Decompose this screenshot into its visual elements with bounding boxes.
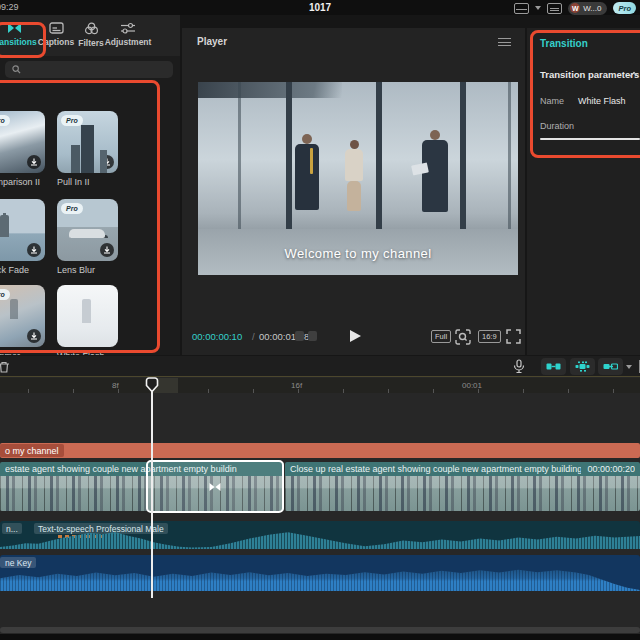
link-clips-button[interactable] bbox=[598, 358, 623, 375]
search-input[interactable] bbox=[5, 61, 173, 78]
music-waveform bbox=[0, 568, 640, 591]
tab-adjustment[interactable]: Adjustment bbox=[106, 22, 150, 47]
fullscreen-icon[interactable] bbox=[506, 329, 521, 344]
filters-icon bbox=[84, 22, 99, 35]
video-caption: Welcome to my channel bbox=[198, 246, 518, 261]
person-left bbox=[302, 134, 312, 144]
transition-thumbnail bbox=[0, 199, 45, 261]
captions-icon bbox=[49, 22, 64, 34]
transitions-icon bbox=[7, 22, 22, 34]
player-menu-icon[interactable] bbox=[498, 38, 511, 46]
text-clip-label-chip: o my channel bbox=[0, 444, 64, 457]
playhead-line[interactable] bbox=[151, 380, 153, 598]
ruler-label: 16f bbox=[291, 381, 302, 390]
layout-toggle-icon[interactable] bbox=[514, 3, 529, 14]
video-clip-2-label: Close up real estate agent showing coupl… bbox=[290, 464, 581, 474]
transition-card-pull-in-ii[interactable]: Pro Pull In II bbox=[57, 111, 118, 187]
download-icon[interactable] bbox=[27, 329, 41, 343]
ruler-label: 8f bbox=[112, 381, 119, 390]
transition-thumbnail: Pro bbox=[0, 285, 45, 347]
name-label: Name bbox=[540, 96, 564, 106]
player-title: Player bbox=[197, 36, 227, 47]
transition-bowtie-icon bbox=[209, 482, 222, 492]
account-label: W...0 bbox=[583, 4, 601, 13]
media-library-panel: Transitions Captions Filters Adjustment bbox=[0, 15, 180, 355]
pro-badge: Pro bbox=[0, 289, 10, 300]
video-preview[interactable]: Welcome to my channel bbox=[198, 82, 518, 275]
delete-icon[interactable] bbox=[0, 360, 11, 374]
video-clip-2-duration: 00:00:00:20 bbox=[587, 464, 635, 474]
voiceover-prefix-chip: n... bbox=[2, 523, 22, 534]
video-track: estate agent showing couple new apartmen… bbox=[0, 462, 640, 511]
full-preview-button[interactable]: Full bbox=[431, 330, 451, 343]
tab-transitions[interactable]: Transitions bbox=[0, 22, 36, 47]
transition-thumbnail: Pro bbox=[57, 111, 118, 173]
transition-card-comparison-ii[interactable]: Pro Comparison II bbox=[0, 111, 45, 187]
inspector-title: Transition bbox=[540, 38, 588, 49]
timeline-tracks: o my channel estate agent showing couple… bbox=[0, 393, 640, 640]
preview-axis-button[interactable] bbox=[541, 358, 566, 375]
app-window: 09:29 1017 W W...0 Pro Transitions Capti… bbox=[0, 0, 640, 640]
step-backward-icon[interactable] bbox=[295, 331, 304, 341]
link-options-caret-icon[interactable] bbox=[626, 365, 632, 369]
pro-badge: Pro bbox=[61, 203, 83, 214]
pro-badge: Pro bbox=[61, 115, 83, 126]
transition-card-shimmer[interactable]: Pro Shimmer bbox=[0, 285, 45, 355]
transition-name-value: White Flash bbox=[578, 96, 626, 106]
titlebar: 09:29 1017 W W...0 Pro bbox=[0, 0, 640, 15]
avatar: W bbox=[570, 3, 580, 13]
voiceover-label-chip: Text-to-speech Professional Male bbox=[34, 523, 168, 534]
transition-thumbnail: Pro bbox=[57, 199, 118, 261]
split-icon[interactable] bbox=[635, 360, 640, 373]
aspect-ratio-button[interactable]: 16:9 bbox=[478, 330, 501, 343]
ruler-label: 00:01 bbox=[462, 381, 482, 390]
playhead-handle[interactable] bbox=[145, 377, 159, 393]
transition-selection[interactable] bbox=[146, 460, 284, 513]
account-button[interactable]: W W...0 bbox=[568, 2, 607, 15]
timeline-ruler[interactable]: 8f 16f 00:01 bbox=[0, 378, 640, 393]
play-button[interactable] bbox=[350, 330, 361, 342]
current-timecode: 00:00:00:10 bbox=[192, 331, 242, 342]
transition-card-lens-blur[interactable]: Pro Lens Blur bbox=[57, 199, 118, 275]
pro-badge: Pro bbox=[0, 115, 10, 126]
player-controls: 00:00:00:10 / 00:00:01:08 Full 16:9 bbox=[182, 327, 525, 347]
zoom-fit-icon[interactable] bbox=[455, 329, 471, 345]
player-header: Player bbox=[182, 28, 525, 54]
duration-label: Duration bbox=[540, 121, 574, 131]
duration-slider[interactable] bbox=[540, 138, 640, 140]
layout-caret-icon[interactable] bbox=[535, 6, 541, 10]
transitions-grid: Pro Comparison II Pro Pull In II Black F… bbox=[0, 78, 180, 355]
timeline-toolbar bbox=[0, 356, 640, 377]
video-clip-2[interactable]: Close up real estate agent showing coupl… bbox=[285, 462, 640, 511]
video-clip-2-filmstrip bbox=[285, 476, 640, 511]
music-clip[interactable]: ne Key bbox=[0, 555, 640, 591]
person-center bbox=[350, 140, 359, 149]
magnetic-snap-button[interactable] bbox=[570, 358, 595, 375]
transition-card-black-fade[interactable]: Black Fade bbox=[0, 199, 45, 275]
panel-toggle-icon[interactable] bbox=[547, 3, 562, 14]
search-icon bbox=[12, 65, 21, 74]
player-panel: Player Welcome to my channel bbox=[182, 28, 525, 355]
mic-icon[interactable] bbox=[512, 359, 526, 374]
timeline-scrollbar[interactable] bbox=[0, 627, 640, 633]
download-icon[interactable] bbox=[100, 155, 114, 169]
transition-thumbnail bbox=[57, 285, 118, 347]
music-label-chip: ne Key bbox=[0, 557, 36, 568]
download-icon[interactable] bbox=[27, 243, 41, 257]
sliders-icon bbox=[120, 22, 136, 34]
transition-thumbnail: Pro bbox=[0, 111, 45, 173]
transition-card-white-flash[interactable]: White Flash bbox=[57, 285, 118, 355]
step-forward-icon[interactable] bbox=[308, 331, 317, 341]
download-icon[interactable] bbox=[100, 243, 114, 257]
voiceover-clip[interactable]: n... Text-to-speech Professional Male bbox=[0, 521, 640, 549]
library-tabbar: Transitions Captions Filters Adjustment bbox=[0, 15, 180, 56]
pro-badge[interactable]: Pro bbox=[613, 2, 636, 14]
text-clip[interactable]: o my channel bbox=[0, 443, 640, 458]
inspector-panel: Transition Transition parameters Name Wh… bbox=[527, 28, 640, 355]
person-right bbox=[430, 130, 440, 140]
transition-parameters-header[interactable]: Transition parameters bbox=[540, 69, 639, 80]
timeline-section: 8f 16f 00:01 o my channel estate agent s… bbox=[0, 356, 640, 640]
download-icon[interactable] bbox=[27, 155, 41, 169]
timeline-bottom-strip bbox=[0, 634, 640, 640]
